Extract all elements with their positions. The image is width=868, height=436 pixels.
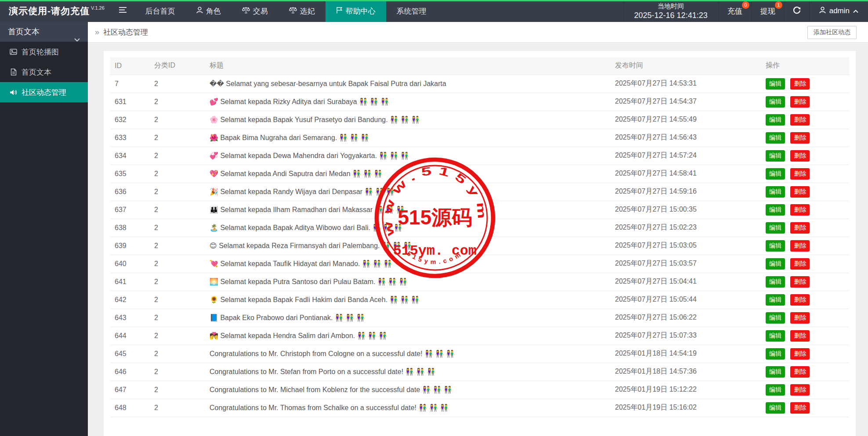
recharge-button[interactable]: 充值 0 (719, 0, 752, 22)
table-card: ID 分类ID 标题 发布时间 操作 7 2 �� Selamat yang s… (104, 51, 856, 436)
edit-button[interactable]: 编辑 (766, 402, 785, 414)
table-row: 640 2 💘 Selamat kepada Taufik Hidayat da… (110, 255, 849, 273)
delete-button[interactable]: 删除 (790, 114, 810, 126)
delete-button[interactable]: 删除 (790, 366, 810, 378)
cell-category: 2 (154, 237, 210, 255)
cell-actions: 编辑 删除 (766, 237, 849, 255)
sidebar-item-label: 首页轮播图 (22, 47, 59, 57)
cell-id: 638 (110, 219, 154, 237)
cell-category: 2 (154, 381, 210, 399)
table-row: 639 2 😊 Selamat kepada Reza Firmansyah d… (110, 237, 849, 255)
cell-time: 2025年07月27日 14:55:49 (615, 111, 766, 129)
delete-button[interactable]: 删除 (790, 276, 810, 288)
nav-item-roles[interactable]: 角色 (186, 0, 231, 22)
user-menu[interactable]: admin (810, 0, 868, 22)
cell-actions: 编辑 删除 (766, 291, 849, 309)
cell-title: 🎉 Selamat kepada Randy Wijaya dari Denpa… (210, 183, 615, 201)
edit-button[interactable]: 编辑 (766, 168, 785, 180)
delete-button[interactable]: 删除 (790, 222, 810, 234)
sidebar-group-header[interactable]: 首页文本 (0, 22, 88, 42)
edit-button[interactable]: 编辑 (766, 78, 785, 90)
table-row: 646 2 Congratulations to Mr. Stefan from… (110, 363, 849, 381)
top-progress-line (0, 0, 868, 1)
delete-button[interactable]: 删除 (790, 294, 810, 306)
col-header-publish-time: 发布时间 (615, 57, 766, 75)
withdraw-button[interactable]: 提现 1 (752, 0, 785, 22)
edit-button[interactable]: 编辑 (766, 312, 785, 324)
nav-item-label: 交易 (253, 6, 268, 16)
delete-button[interactable]: 删除 (790, 402, 810, 414)
cell-title: Congratulations to Mr. Thomas from Schal… (210, 399, 615, 417)
nav-item-help-center[interactable]: 帮助中心 (326, 0, 386, 22)
edit-button[interactable]: 编辑 (766, 150, 785, 162)
nav-item-label: 帮助中心 (346, 6, 376, 16)
cell-category: 2 (154, 345, 210, 363)
delete-button[interactable]: 删除 (790, 186, 810, 198)
edit-button[interactable]: 编辑 (766, 96, 785, 108)
sidebar-group-label: 首页文本 (8, 27, 40, 36)
cell-actions: 编辑 删除 (766, 399, 849, 417)
withdraw-label: 提现 (760, 6, 775, 16)
refresh-button[interactable] (785, 0, 810, 22)
edit-button[interactable]: 编辑 (766, 330, 785, 342)
cell-id: 641 (110, 273, 154, 291)
delete-button[interactable]: 删除 (790, 348, 810, 360)
edit-button[interactable]: 编辑 (766, 222, 785, 234)
refresh-icon (792, 6, 801, 16)
edit-button[interactable]: 编辑 (766, 114, 785, 126)
edit-button[interactable]: 编辑 (766, 384, 785, 396)
add-community-feed-button[interactable]: 添加社区动态 (807, 26, 857, 39)
cell-category: 2 (154, 219, 210, 237)
nav-item-select[interactable]: 选妃 (278, 0, 326, 22)
recharge-badge: 0 (742, 1, 749, 9)
delete-button[interactable]: 删除 (790, 258, 810, 270)
edit-button[interactable]: 编辑 (766, 204, 785, 216)
delete-button[interactable]: 删除 (790, 96, 810, 108)
sidebar-item-community-feed[interactable]: 社区动态管理 (0, 82, 88, 102)
menu-toggle-button[interactable] (111, 0, 135, 22)
chevron-up-icon (853, 7, 858, 15)
sidebar-item-home-text[interactable]: 首页文本 (0, 62, 88, 82)
cell-category: 2 (154, 399, 210, 417)
cell-title: 🌸 Selamat kepada Bapak Yusuf Prasetyo da… (210, 111, 615, 129)
cell-actions: 编辑 删除 (766, 273, 849, 291)
edit-button[interactable]: 编辑 (766, 276, 785, 288)
delete-button[interactable]: 删除 (790, 78, 810, 90)
cell-title: Congratulations to Mr. Stefan from Porto… (210, 363, 615, 381)
cell-actions: 编辑 删除 (766, 219, 849, 237)
cell-actions: 编辑 删除 (766, 75, 849, 93)
delete-button[interactable]: 删除 (790, 168, 810, 180)
nav-item-dashboard[interactable]: 后台首页 (135, 0, 186, 22)
delete-button[interactable]: 删除 (790, 312, 810, 324)
edit-button[interactable]: 编辑 (766, 348, 785, 360)
username: admin (829, 7, 850, 15)
table-header-row: ID 分类ID 标题 发布时间 操作 (110, 57, 849, 75)
cell-time: 2025年07月27日 15:03:57 (615, 255, 766, 273)
delete-button[interactable]: 删除 (790, 204, 810, 216)
edit-button[interactable]: 编辑 (766, 240, 785, 252)
delete-button[interactable]: 删除 (790, 330, 810, 342)
cell-title: 💘 Selamat kepada Taufik Hidayat dari Man… (210, 255, 615, 273)
user-icon (819, 7, 826, 16)
nav-item-system[interactable]: 系统管理 (386, 0, 437, 22)
delete-button[interactable]: 删除 (790, 240, 810, 252)
delete-button[interactable]: 删除 (790, 384, 810, 396)
cell-title: 🌺 Bapak Bima Nugraha dari Semarang. 👫 👫 … (210, 129, 615, 147)
col-header-actions: 操作 (766, 57, 849, 75)
cell-title: 🌻 Selamat kepada Bapak Fadli Hakim dari … (210, 291, 615, 309)
cell-id: 643 (110, 309, 154, 327)
edit-button[interactable]: 编辑 (766, 294, 785, 306)
table-body: 7 2 �� Selamat yang sebesar-besarnya unt… (110, 75, 849, 417)
edit-button[interactable]: 编辑 (766, 132, 785, 144)
edit-button[interactable]: 编辑 (766, 258, 785, 270)
cell-category: 2 (154, 183, 210, 201)
edit-button[interactable]: 编辑 (766, 366, 785, 378)
delete-button[interactable]: 删除 (790, 150, 810, 162)
cell-category: 2 (154, 291, 210, 309)
cell-id: 639 (110, 237, 154, 255)
delete-button[interactable]: 删除 (790, 132, 810, 144)
edit-button[interactable]: 编辑 (766, 186, 785, 198)
nav-item-trade[interactable]: 交易 (231, 0, 278, 22)
breadcrumb-bar: » 社区动态管理 添加社区动态 (88, 22, 868, 43)
brand-title: 演示使用-请勿充值 (9, 5, 90, 17)
